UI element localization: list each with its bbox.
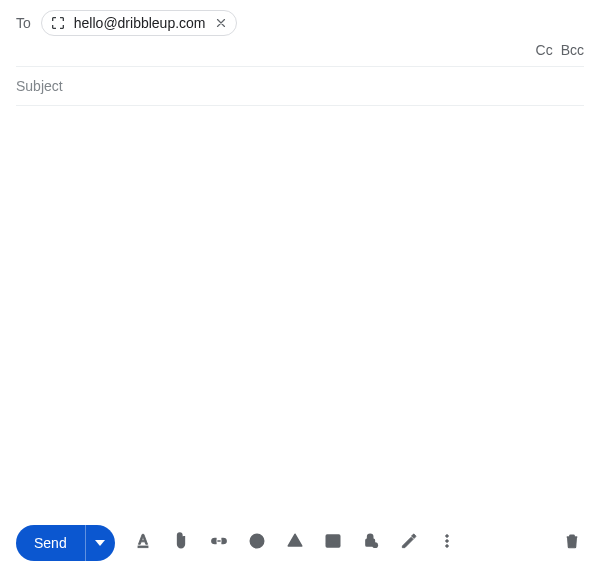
image-icon [323, 531, 343, 555]
compose-toolbar: Send [16, 515, 584, 575]
paperclip-icon [171, 531, 191, 555]
more-vert-icon [437, 531, 457, 555]
pen-icon [399, 531, 419, 555]
svg-point-2 [250, 534, 263, 547]
contact-avatar-icon [48, 13, 68, 33]
cc-bcc-row: Cc Bcc [16, 42, 584, 67]
subject-row [16, 67, 584, 106]
subject-input[interactable] [16, 67, 584, 105]
insert-signature-button[interactable] [397, 531, 421, 555]
send-button[interactable]: Send [16, 525, 85, 561]
svg-point-10 [445, 540, 448, 543]
link-icon [209, 531, 229, 555]
emoji-icon [247, 531, 267, 555]
send-options-button[interactable] [85, 525, 115, 561]
text-format-icon [133, 531, 153, 555]
confidential-mode-button[interactable] [359, 531, 383, 555]
compose-window: To hello@dribbleup.com Cc Bcc Send [0, 0, 600, 575]
svg-point-11 [445, 545, 448, 548]
more-options-button[interactable] [435, 531, 459, 555]
send-button-group: Send [16, 525, 115, 561]
insert-photo-button[interactable] [321, 531, 345, 555]
svg-point-8 [372, 542, 378, 548]
svg-point-9 [445, 535, 448, 538]
attach-files-button[interactable] [169, 531, 193, 555]
formatting-options-button[interactable] [131, 531, 155, 555]
discard-draft-button[interactable] [560, 531, 584, 555]
recipient-chip[interactable]: hello@dribbleup.com [41, 10, 237, 36]
svg-point-3 [253, 539, 255, 541]
svg-point-5 [294, 541, 296, 543]
insert-emoji-button[interactable] [245, 531, 269, 555]
svg-rect-1 [138, 546, 148, 548]
to-field-row: To hello@dribbleup.com [16, 0, 584, 42]
message-body[interactable] [16, 106, 584, 515]
formatting-toolbar [131, 531, 459, 555]
lock-clock-icon [361, 531, 381, 555]
remove-recipient-button[interactable] [212, 14, 230, 32]
recipient-email: hello@dribbleup.com [74, 15, 206, 31]
cc-button[interactable]: Cc [536, 42, 553, 58]
chevron-down-icon [95, 536, 105, 551]
svg-marker-0 [95, 540, 105, 546]
svg-point-4 [258, 539, 260, 541]
bcc-button[interactable]: Bcc [561, 42, 584, 58]
trash-icon [563, 532, 581, 554]
insert-drive-button[interactable] [283, 531, 307, 555]
insert-link-button[interactable] [207, 531, 231, 555]
to-label: To [16, 15, 31, 31]
drive-icon [285, 531, 305, 555]
